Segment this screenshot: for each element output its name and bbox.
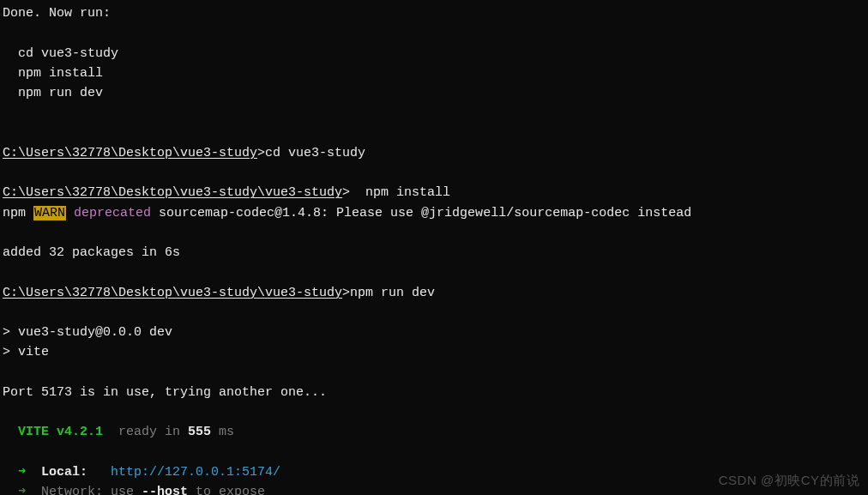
prompt-path-3: C:\Users\32778\Desktop\vue3-study\vue3-s… [3,286,342,300]
step-dev: npm run dev [3,86,103,100]
ready-ms: 555 [188,425,219,439]
npm-script-2: > vite [3,345,49,359]
prompt-sep-1: > [257,146,265,160]
deprecated-label: deprecated [66,206,151,220]
watermark: CSDN @初映CY的前说 [719,470,859,490]
npm-prefix: npm [3,206,33,220]
prompt-path-2: C:\Users\32778\Desktop\vue3-study\vue3-s… [3,185,342,200]
prompt-cmd-1: cd vue3-study [265,146,365,160]
local-url[interactable]: http://127.0.0.1:5174/ [111,465,280,480]
vite-version: VITE v4.2.1 [3,425,103,439]
prompt-sep-3: > [342,286,350,300]
arrow-icon: ➜ [3,485,41,495]
network-tail: to expose [188,485,265,495]
prompt-sep-2: > [342,185,358,200]
ready-unit: ms [219,425,234,439]
local-label: Local: [41,465,111,480]
step-install: npm install [3,66,103,81]
done-line: Done. Now run: [3,6,111,21]
step-cd: cd vue3-study [3,46,118,61]
deprecated-msg: sourcemap-codec@1.4.8: Please use @jridg… [151,206,691,220]
arrow-icon: ➜ [3,465,41,480]
added-packages: added 32 packages in 6s [3,245,180,260]
network-label: Network: use [41,485,142,495]
ready-label: ready in [103,425,188,439]
terminal-output[interactable]: Done. Now run: cd vue3-study npm install… [3,3,865,495]
prompt-cmd-2: npm install [358,185,450,200]
prompt-cmd-3: npm run dev [350,286,435,300]
network-host-flag: --host [142,485,188,495]
port-in-use: Port 5173 is in use, trying another one.… [3,385,327,400]
warn-badge: WARN [33,206,66,220]
npm-script-1: > vue3-study@0.0.0 dev [3,325,172,340]
prompt-path-1: C:\Users\32778\Desktop\vue3-study [3,146,257,160]
